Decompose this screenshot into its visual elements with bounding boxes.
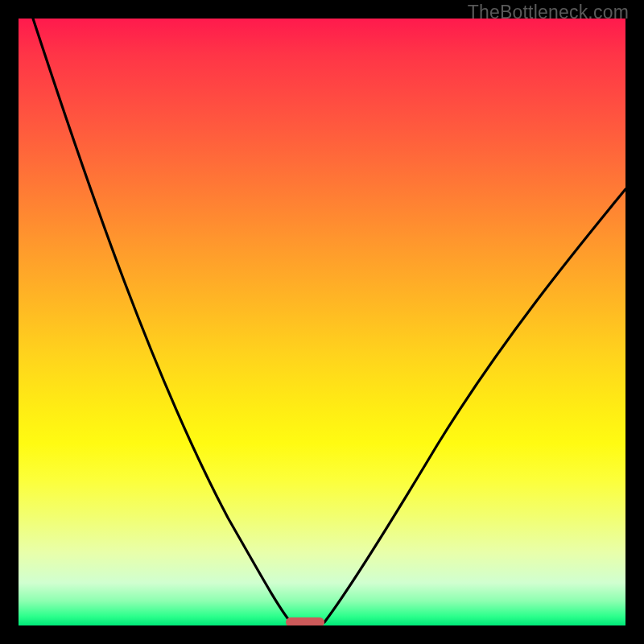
branding-watermark: TheBottleneck.com [468, 2, 629, 23]
left-curve [33, 19, 291, 622]
chart-frame: TheBottleneck.com [0, 0, 644, 644]
right-curve [324, 189, 625, 622]
curve-layer [19, 19, 625, 625]
bottleneck-marker [286, 617, 324, 625]
plot-area [19, 19, 625, 625]
